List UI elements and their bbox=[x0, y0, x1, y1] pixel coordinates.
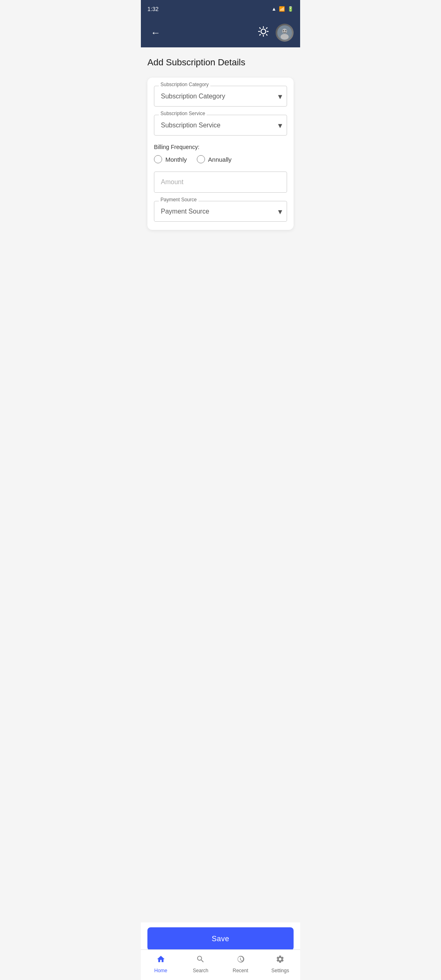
billing-option-annually[interactable]: Annually bbox=[197, 155, 232, 163]
signal-icon: 📶 bbox=[279, 6, 285, 12]
page-content: Add Subscription Details Subscription Ca… bbox=[141, 47, 300, 931]
recent-icon bbox=[236, 955, 245, 966]
form-card: Subscription Category Subscription Categ… bbox=[147, 78, 294, 230]
monthly-label: Monthly bbox=[165, 156, 187, 163]
billing-radio-group: Monthly Annually bbox=[154, 155, 287, 163]
home-icon bbox=[156, 955, 165, 966]
status-icons: ▲ 📶 🔋 bbox=[272, 6, 294, 12]
monthly-radio[interactable] bbox=[154, 155, 162, 163]
wifi-icon: ▲ bbox=[272, 6, 276, 12]
payment-source-label: Payment Source bbox=[159, 197, 198, 203]
amount-input[interactable] bbox=[154, 172, 287, 193]
nav-label-search: Search bbox=[193, 968, 208, 973]
subscription-category-select[interactable]: Subscription Category bbox=[154, 86, 287, 107]
svg-point-0 bbox=[261, 29, 266, 34]
nav-item-search[interactable]: Search bbox=[181, 953, 221, 975]
payment-source-select[interactable]: Payment Source bbox=[154, 201, 287, 222]
annually-radio[interactable] bbox=[197, 155, 205, 163]
settings-icon bbox=[276, 955, 285, 966]
amount-field bbox=[154, 172, 287, 193]
nav-label-settings: Settings bbox=[272, 968, 289, 973]
billing-frequency-section: Billing Frequency: Monthly Annually bbox=[154, 144, 287, 163]
payment-source-field: Payment Source Payment Source ▾ bbox=[154, 201, 287, 222]
back-button[interactable]: ← bbox=[147, 24, 164, 42]
billing-frequency-label: Billing Frequency: bbox=[154, 144, 287, 150]
subscription-service-field: Subscription Service Subscription Servic… bbox=[154, 115, 287, 136]
svg-point-5 bbox=[285, 30, 287, 31]
subscription-service-select[interactable]: Subscription Service bbox=[154, 115, 287, 136]
search-icon bbox=[196, 955, 205, 966]
avatar[interactable] bbox=[276, 24, 294, 42]
svg-point-4 bbox=[283, 30, 284, 31]
subscription-category-field: Subscription Category Subscription Categ… bbox=[154, 86, 287, 107]
status-bar: 1:32 ▲ 📶 🔋 bbox=[141, 0, 300, 18]
annually-label: Annually bbox=[208, 156, 232, 163]
subscription-category-label: Subscription Category bbox=[159, 82, 210, 87]
save-button[interactable]: Save bbox=[147, 927, 294, 951]
bottom-nav: Home Search Recent Settings bbox=[141, 949, 300, 980]
nav-item-home[interactable]: Home bbox=[141, 953, 181, 975]
page-title: Add Subscription Details bbox=[147, 57, 294, 68]
nav-item-settings[interactable]: Settings bbox=[261, 953, 301, 975]
gear-icon[interactable] bbox=[258, 26, 269, 40]
battery-icon: 🔋 bbox=[287, 6, 294, 12]
nav-item-recent[interactable]: Recent bbox=[220, 953, 261, 975]
app-bar-actions bbox=[258, 24, 294, 42]
svg-point-3 bbox=[281, 34, 289, 40]
app-bar: ← bbox=[141, 18, 300, 47]
billing-option-monthly[interactable]: Monthly bbox=[154, 155, 187, 163]
status-time: 1:32 bbox=[147, 6, 158, 12]
subscription-service-label: Subscription Service bbox=[159, 111, 207, 116]
nav-label-home: Home bbox=[154, 968, 167, 973]
nav-label-recent: Recent bbox=[233, 968, 248, 973]
